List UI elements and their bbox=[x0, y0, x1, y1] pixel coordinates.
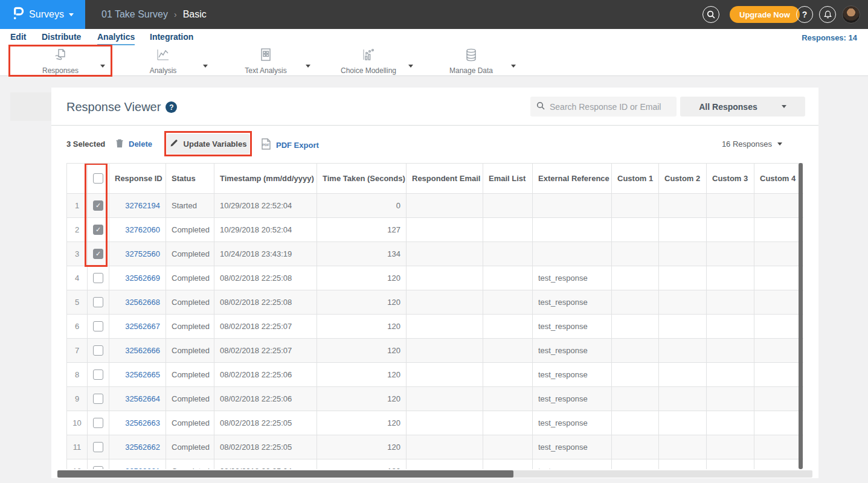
row-checkbox[interactable]: ✓ bbox=[93, 225, 103, 235]
cell-status: Started bbox=[166, 194, 214, 218]
toolbar-manage-data-button[interactable]: Manage Data bbox=[429, 46, 513, 76]
text-analysis-icon bbox=[259, 48, 273, 65]
cell-c1 bbox=[612, 411, 659, 435]
response-id-link[interactable]: 32562668 bbox=[125, 298, 160, 307]
horizontal-scrollbar-thumb[interactable] bbox=[57, 470, 513, 478]
pdf-icon-text: PDF bbox=[262, 143, 269, 147]
row-checkbox[interactable] bbox=[93, 466, 103, 469]
text-analysis-dropdown-caret[interactable] bbox=[306, 59, 310, 70]
responses-count-dropdown[interactable]: 16 Responses bbox=[722, 139, 782, 149]
cell-num: 2 bbox=[67, 218, 88, 242]
row-checkbox[interactable] bbox=[93, 321, 103, 331]
viewer-help-icon[interactable]: ? bbox=[166, 101, 177, 113]
cell-ts: 08/02/2018 22:25:06 bbox=[214, 387, 317, 411]
user-avatar[interactable] bbox=[842, 5, 860, 24]
chevron-down-icon bbox=[69, 13, 74, 16]
row-checkbox[interactable]: ✓ bbox=[93, 200, 103, 211]
toolbar-label: Text Analysis bbox=[245, 66, 286, 75]
analysis-dropdown-caret[interactable] bbox=[203, 59, 208, 70]
row-checkbox[interactable]: ✓ bbox=[93, 249, 103, 259]
upgrade-now-button[interactable]: Upgrade Now bbox=[730, 6, 800, 23]
cell-c3 bbox=[707, 387, 754, 411]
response-id-link[interactable]: 32562661 bbox=[125, 467, 160, 469]
cell-c2 bbox=[659, 387, 707, 411]
nav-tab-distribute[interactable]: Distribute bbox=[42, 32, 81, 44]
select-all-checkbox[interactable] bbox=[93, 173, 103, 184]
row-checkbox[interactable] bbox=[93, 442, 103, 452]
response-id-link[interactable]: 32752560 bbox=[125, 249, 160, 258]
cell-elist bbox=[483, 435, 533, 459]
nav-tab-analytics[interactable]: Analytics bbox=[97, 32, 135, 45]
response-id-link[interactable]: 32562663 bbox=[125, 418, 160, 427]
cell-cb bbox=[88, 290, 109, 315]
response-id-link[interactable]: 32562662 bbox=[125, 443, 160, 452]
cell-eref: test_response bbox=[533, 266, 612, 290]
pdf-export-button[interactable]: PDF PDF Export bbox=[261, 138, 319, 152]
row-checkbox[interactable] bbox=[93, 297, 103, 307]
cell-cb bbox=[88, 459, 109, 469]
toolbar-choice-modelling-button[interactable]: Choice Modelling bbox=[326, 46, 411, 76]
table-row: 532562668Completed08/02/2018 22:25:08120… bbox=[67, 290, 803, 315]
response-id-link[interactable]: 32562664 bbox=[125, 394, 160, 403]
row-checkbox[interactable] bbox=[93, 345, 103, 356]
vertical-scrollbar-thumb[interactable] bbox=[799, 163, 803, 469]
pdf-file-icon: PDF bbox=[261, 138, 271, 152]
row-checkbox[interactable] bbox=[93, 394, 103, 404]
toolbar-responses-button[interactable]: Responses bbox=[18, 46, 103, 76]
cell-c1 bbox=[612, 218, 659, 242]
search-input[interactable] bbox=[550, 102, 670, 112]
cell-c3 bbox=[707, 266, 754, 290]
help-icon[interactable]: ? bbox=[796, 6, 813, 23]
response-id-link[interactable]: 32562665 bbox=[125, 370, 160, 379]
cell-id: 32562663 bbox=[109, 411, 166, 435]
response-id-link[interactable]: 32762060 bbox=[125, 225, 160, 234]
toolbar-text-analysis-button[interactable]: Text Analysis bbox=[223, 46, 308, 76]
pdf-export-label: PDF Export bbox=[276, 141, 319, 150]
nav-tab-integration[interactable]: Integration bbox=[150, 32, 193, 44]
search-icon bbox=[536, 101, 545, 112]
cell-num: 10 bbox=[67, 411, 88, 435]
row-checkbox[interactable] bbox=[93, 369, 103, 380]
horizontal-scrollbar-track[interactable] bbox=[57, 470, 812, 478]
row-checkbox[interactable] bbox=[93, 273, 103, 283]
cell-eref: test_response bbox=[533, 387, 612, 411]
cell-cb bbox=[88, 266, 109, 290]
all-responses-filter-dropdown[interactable]: All Responses bbox=[680, 97, 805, 117]
response-id-link[interactable]: 32562669 bbox=[125, 273, 160, 283]
cell-id: 32562662 bbox=[109, 435, 166, 459]
breadcrumb-survey-link[interactable]: 01 Take Survey bbox=[101, 9, 168, 20]
surveys-menu[interactable]: Surveys bbox=[0, 0, 85, 29]
cell-cb bbox=[88, 315, 109, 339]
column-header-ts[interactable]: Timestamp (mm/dd/yyyy) bbox=[214, 164, 317, 194]
toolbar-analysis-button[interactable]: Analysis bbox=[121, 46, 205, 76]
cell-id: 32562661 bbox=[109, 459, 166, 469]
table-row: 2✓32762060Completed10/29/2018 20:52:0412… bbox=[67, 218, 803, 242]
manage-data-dropdown-caret[interactable] bbox=[511, 59, 516, 70]
delete-button[interactable]: Delete bbox=[115, 138, 152, 150]
column-header-label: Time Taken (Seconds) bbox=[323, 174, 405, 183]
choice-modelling-dropdown-caret[interactable] bbox=[408, 59, 413, 70]
row-checkbox[interactable] bbox=[93, 418, 103, 428]
cell-num: 4 bbox=[67, 266, 88, 290]
table-row: 432562669Completed08/02/2018 22:25:08120… bbox=[67, 266, 803, 290]
response-id-link[interactable]: 32562666 bbox=[125, 346, 160, 355]
nav-tab-edit[interactable]: Edit bbox=[10, 32, 26, 44]
response-id-link[interactable]: 32762194 bbox=[125, 201, 160, 210]
search-icon[interactable] bbox=[702, 6, 719, 23]
responses-dropdown-caret[interactable] bbox=[100, 59, 105, 70]
response-id-link[interactable]: 32562667 bbox=[125, 322, 160, 331]
cell-eref bbox=[533, 194, 612, 218]
cell-c3 bbox=[707, 363, 754, 387]
column-header-num bbox=[67, 164, 88, 194]
cell-c2 bbox=[659, 218, 707, 242]
cell-c1 bbox=[612, 459, 659, 469]
notifications-bell-icon[interactable] bbox=[819, 6, 836, 23]
column-header-id[interactable]: Response ID bbox=[109, 164, 166, 194]
column-header-tt[interactable]: Time Taken (Seconds) bbox=[317, 164, 407, 194]
cell-email bbox=[407, 194, 483, 218]
cell-c2 bbox=[659, 242, 707, 266]
update-variables-button[interactable]: Update Variables bbox=[167, 134, 249, 154]
cell-c4 bbox=[754, 435, 803, 459]
cell-c2 bbox=[659, 411, 707, 435]
table-header-row: Response IDStatusTimestamp (mm/dd/yyyy)T… bbox=[67, 164, 803, 194]
